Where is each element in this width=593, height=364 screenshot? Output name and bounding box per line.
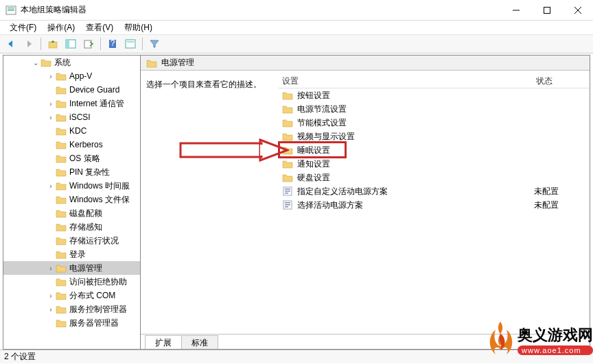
- tree-label: Internet 通信管: [69, 98, 124, 110]
- tree-node[interactable]: 服务器管理器: [3, 316, 140, 330]
- list-item[interactable]: 节能模式设置: [278, 116, 590, 130]
- list-item[interactable]: 通知设置: [278, 157, 590, 171]
- tree-node[interactable]: ›App-V: [3, 69, 140, 83]
- list-item-label: 电源节流设置: [297, 104, 534, 115]
- list-item[interactable]: 按钮设置: [278, 88, 590, 102]
- svg-rect-2: [8, 9, 14, 10]
- menu-file[interactable]: 文件(F): [5, 21, 40, 35]
- tree-label: 访问被拒绝协助: [69, 276, 127, 288]
- tree-node-root[interactable]: ⌄ 系统: [3, 56, 140, 69]
- tab-standard[interactable]: 标准: [181, 335, 218, 349]
- tree-node[interactable]: ›电源管理: [3, 261, 140, 275]
- export-list-button[interactable]: [80, 36, 97, 51]
- svg-rect-14: [126, 40, 135, 48]
- detail-pane: 电源管理 选择一个项目来查看它的描述。 设置 状态 按钮设置电源节流设置节能模式…: [141, 56, 590, 349]
- folder-icon: [56, 112, 67, 122]
- expander-icon[interactable]: ›: [46, 181, 56, 191]
- up-button[interactable]: [45, 36, 61, 51]
- expander-icon[interactable]: ›: [46, 99, 56, 108]
- list-item[interactable]: 电源节流设置: [278, 102, 590, 116]
- watermark-name: 奥义游戏网: [518, 325, 593, 345]
- col-setting[interactable]: 设置: [278, 73, 532, 88]
- tree-node[interactable]: ›iSCSI: [3, 110, 140, 124]
- list-item[interactable]: 指定自定义活动电源方案未配置: [278, 184, 590, 198]
- show-hide-tree-button[interactable]: [62, 36, 79, 51]
- forward-button[interactable]: [21, 36, 37, 51]
- svg-rect-18: [285, 191, 290, 192]
- tree-node[interactable]: KDC: [3, 124, 140, 138]
- menu-help[interactable]: 帮助(H): [120, 21, 156, 35]
- tree-label: App-V: [69, 71, 92, 81]
- tree-node[interactable]: 存储运行状况: [3, 234, 140, 247]
- menu-view[interactable]: 查看(V): [82, 21, 117, 35]
- tree-label: 服务器管理器: [69, 317, 119, 329]
- tree-node[interactable]: OS 策略: [3, 151, 140, 165]
- tree-node[interactable]: ›Internet 通信管: [3, 97, 140, 110]
- expander-icon[interactable]: ⌄: [31, 58, 40, 67]
- close-button[interactable]: [562, 0, 593, 21]
- folder-icon: [56, 236, 67, 245]
- tree-node[interactable]: Device Guard: [3, 83, 140, 97]
- watermark-url: www.aoe1.com: [518, 345, 593, 355]
- expander-icon[interactable]: ›: [46, 71, 56, 81]
- list-item[interactable]: 硬盘设置: [278, 171, 590, 184]
- maximize-button[interactable]: [531, 0, 562, 21]
- setting-icon: [282, 186, 293, 196]
- expander-icon[interactable]: ›: [46, 304, 56, 314]
- tab-extended[interactable]: 扩展: [145, 335, 182, 349]
- watermark: 奥义游戏网 www.aoe1.com: [486, 320, 593, 360]
- detail-title: 电源管理: [161, 57, 194, 69]
- folder-icon: [282, 90, 293, 100]
- svg-rect-5: [544, 7, 550, 13]
- menu-action[interactable]: 操作(A): [43, 21, 79, 35]
- tree-label: 分布式 COM: [69, 290, 115, 302]
- tree-label: Windows 文件保: [69, 194, 130, 206]
- list-item[interactable]: 选择活动电源方案未配置: [278, 198, 590, 212]
- tree-node[interactable]: 存储感知: [3, 220, 140, 234]
- folder-icon: [56, 181, 67, 191]
- expander-icon[interactable]: ›: [46, 112, 56, 122]
- window-title: 本地组策略编辑器: [21, 4, 86, 16]
- expander-icon[interactable]: ›: [46, 263, 56, 273]
- flame-icon: [486, 320, 515, 360]
- list-item[interactable]: 视频与显示设置: [278, 130, 590, 143]
- tree-label: 存储运行状况: [69, 235, 119, 247]
- col-status[interactable]: 状态: [532, 73, 590, 88]
- setting-icon: [282, 200, 293, 210]
- list-item-status: 未配置: [534, 199, 559, 211]
- minimize-button[interactable]: [500, 0, 531, 21]
- detail-header: 电源管理: [141, 56, 590, 71]
- expander-icon[interactable]: ›: [46, 291, 56, 300]
- list-item-status: 未配置: [534, 186, 559, 197]
- tree-node[interactable]: 磁盘配额: [3, 206, 140, 220]
- tree-label: Windows 时间服: [69, 180, 130, 192]
- tree-node[interactable]: 访问被拒绝协助: [3, 275, 140, 289]
- tree-node[interactable]: ›分布式 COM: [3, 289, 140, 302]
- list-item-label: 指定自定义活动电源方案: [297, 186, 534, 197]
- filter-button[interactable]: [146, 36, 163, 51]
- tree-pane[interactable]: ⌄ 系统 ›App-VDevice Guard›Internet 通信管›iSC…: [3, 56, 141, 349]
- tree-label: KDC: [69, 126, 86, 136]
- svg-rect-1: [8, 8, 14, 8]
- tree-label: Device Guard: [69, 85, 119, 95]
- list-item-label: 睡眠设置: [297, 145, 534, 156]
- svg-rect-22: [285, 204, 290, 206]
- tree-node[interactable]: Kerberos: [3, 138, 140, 151]
- list-item-label: 视频与显示设置: [297, 131, 534, 143]
- properties-button[interactable]: [122, 36, 139, 51]
- folder-icon: [282, 118, 293, 128]
- tree-node[interactable]: PIN 复杂性: [3, 165, 140, 179]
- help-button[interactable]: ?: [104, 36, 121, 51]
- tree-node[interactable]: 登录: [3, 247, 140, 261]
- settings-list: 设置 状态 按钮设置电源节流设置节能模式设置视频与显示设置睡眠设置通知设置硬盘设…: [278, 71, 590, 334]
- tree-node[interactable]: ›服务控制管理器: [3, 302, 140, 316]
- tree-node[interactable]: Windows 文件保: [3, 193, 140, 206]
- tree-label: iSCSI: [69, 112, 91, 122]
- list-item-label: 通知设置: [297, 158, 534, 170]
- tree-node[interactable]: ›Windows 时间服: [3, 179, 140, 193]
- folder-icon: [56, 140, 67, 149]
- list-item[interactable]: 睡眠设置: [278, 143, 590, 157]
- tree-label: 服务控制管理器: [69, 304, 127, 315]
- folder-icon: [56, 277, 67, 287]
- back-button[interactable]: [3, 36, 19, 51]
